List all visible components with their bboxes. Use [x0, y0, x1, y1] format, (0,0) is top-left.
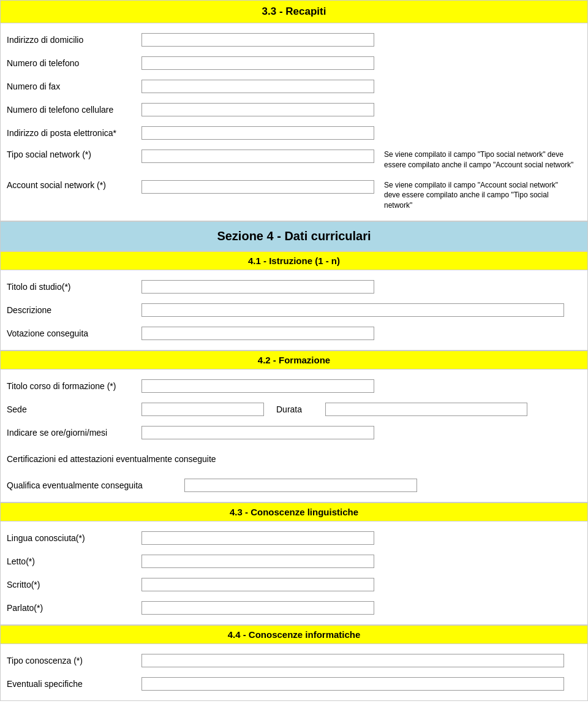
row-titolo-studio: Titolo di studio(*) — [7, 275, 581, 298]
input-telefono-cellulare[interactable] — [141, 103, 374, 116]
input-qualifica[interactable] — [184, 479, 417, 492]
section-4-title: Sezione 4 - Dati curriculari — [217, 229, 371, 243]
input-letto[interactable] — [141, 555, 374, 568]
input-eventuali-specifiche[interactable] — [141, 677, 564, 691]
input-sede[interactable] — [141, 403, 264, 416]
label-email: Indirizzo di posta elettronica* — [7, 128, 141, 138]
label-sede: Sede — [7, 404, 141, 414]
hint-account-social-network: Se viene compilato il campo "Account soc… — [384, 180, 574, 211]
row-numero-fax: Numero di fax — [7, 75, 581, 98]
row-tipo-social-network: Tipo social network (*) Se viene compila… — [7, 145, 581, 175]
row-numero-telefono: Numero di telefono — [7, 51, 581, 75]
label-titolo-corso: Titolo corso di formazione (*) — [7, 381, 141, 391]
section-3-recapiti: Indirizzo di domicilio Numero di telefon… — [0, 23, 588, 221]
section-42-title: 4.2 - Formazione — [258, 355, 330, 365]
label-titolo-studio: Titolo di studio(*) — [7, 282, 141, 292]
row-email: Indirizzo di posta elettronica* — [7, 121, 581, 145]
input-numero-telefono[interactable] — [141, 56, 374, 70]
input-descrizione[interactable] — [141, 303, 564, 317]
row-tipo-conoscenza: Tipo conoscenza (*) — [7, 649, 581, 672]
input-tipo-social-network[interactable] — [141, 150, 374, 163]
row-telefono-cellulare: Numero di telefono cellulare — [7, 98, 581, 121]
input-ore-giorni-mesi[interactable] — [141, 426, 374, 439]
label-lingua-conosciuta: Lingua conosciuta(*) — [7, 533, 141, 543]
input-titolo-studio[interactable] — [141, 280, 374, 294]
label-telefono-cellulare: Numero di telefono cellulare — [7, 105, 141, 115]
input-tipo-conoscenza[interactable] — [141, 654, 564, 667]
input-indirizzo-domicilio[interactable] — [141, 33, 374, 47]
label-eventuali-specifiche: Eventuali specifiche — [7, 679, 141, 689]
label-tipo-social-network: Tipo social network (*) — [7, 150, 141, 159]
label-account-social-network: Account social network (*) — [7, 180, 141, 190]
label-qualifica: Qualifica eventualmente conseguita — [7, 480, 184, 490]
label-scritto: Scritto(*) — [7, 580, 141, 590]
label-letto: Letto(*) — [7, 556, 141, 566]
input-durata[interactable] — [325, 403, 527, 416]
label-votazione: Votazione conseguita — [7, 328, 141, 338]
section-41-istruzione: Titolo di studio(*) Descrizione Votazion… — [0, 270, 588, 351]
label-tipo-conoscenza: Tipo conoscenza (*) — [7, 656, 141, 665]
input-account-social-network[interactable] — [141, 180, 374, 194]
row-votazione: Votazione conseguita — [7, 322, 581, 345]
input-votazione[interactable] — [141, 327, 374, 340]
label-durata: Durata — [276, 404, 325, 414]
section-42-header: 4.2 - Formazione — [0, 351, 588, 370]
row-sede-durata: Sede Durata — [7, 398, 581, 421]
label-parlato: Parlato(*) — [7, 603, 141, 613]
hint-tipo-social-network: Se viene compilato il campo "Tipo social… — [384, 150, 574, 170]
text-certificazioni: Certificazioni ed attestazioni eventualm… — [7, 449, 216, 469]
section-4-header: Sezione 4 - Dati curriculari — [0, 221, 588, 251]
label-descrizione: Descrizione — [7, 305, 141, 315]
row-scritto: Scritto(*) — [7, 573, 581, 596]
row-certificazioni: Certificazioni ed attestazioni eventualm… — [7, 444, 581, 474]
section-41-title: 4.1 - Istruzione (1 - n) — [248, 256, 340, 266]
input-scritto[interactable] — [141, 578, 374, 591]
input-titolo-corso[interactable] — [141, 379, 374, 393]
row-eventuali-specifiche: Eventuali specifiche — [7, 672, 581, 696]
label-ore-giorni-mesi: Indicare se ore/giorni/mesi — [7, 428, 141, 438]
section-44-title: 4.4 - Conoscenze informatiche — [228, 629, 361, 640]
section-44-header: 4.4 - Conoscenze informatiche — [0, 625, 588, 644]
header-title: 3.3 - Recapiti — [262, 6, 326, 17]
page-header: 3.3 - Recapiti — [0, 0, 588, 23]
label-indirizzo-domicilio: Indirizzo di domicilio — [7, 35, 141, 45]
input-numero-fax[interactable] — [141, 80, 374, 93]
input-parlato[interactable] — [141, 601, 374, 615]
row-account-social-network: Account social network (*) Se viene comp… — [7, 175, 581, 216]
section-42-formazione: Titolo corso di formazione (*) Sede Dura… — [0, 370, 588, 502]
row-titolo-corso: Titolo corso di formazione (*) — [7, 374, 581, 398]
row-descrizione: Descrizione — [7, 298, 581, 322]
row-ore-giorni-mesi: Indicare se ore/giorni/mesi — [7, 421, 581, 444]
label-numero-telefono: Numero di telefono — [7, 58, 141, 68]
row-lingua-conosciuta: Lingua conosciuta(*) — [7, 526, 581, 550]
row-letto: Letto(*) — [7, 550, 581, 573]
section-41-header: 4.1 - Istruzione (1 - n) — [0, 251, 588, 270]
section-43-header: 4.3 - Conoscenze linguistiche — [0, 502, 588, 521]
section-44-informatiche: Tipo conoscenza (*) Eventuali specifiche — [0, 644, 588, 701]
input-lingua-conosciuta[interactable] — [141, 531, 374, 545]
input-email[interactable] — [141, 126, 374, 140]
section-43-linguistiche: Lingua conosciuta(*) Letto(*) Scritto(*)… — [0, 521, 588, 625]
row-qualifica: Qualifica eventualmente conseguita — [7, 474, 581, 497]
row-parlato: Parlato(*) — [7, 596, 581, 620]
label-numero-fax: Numero di fax — [7, 82, 141, 91]
row-indirizzo-domicilio: Indirizzo di domicilio — [7, 28, 581, 51]
section-43-title: 4.3 - Conoscenze linguistiche — [230, 507, 358, 517]
